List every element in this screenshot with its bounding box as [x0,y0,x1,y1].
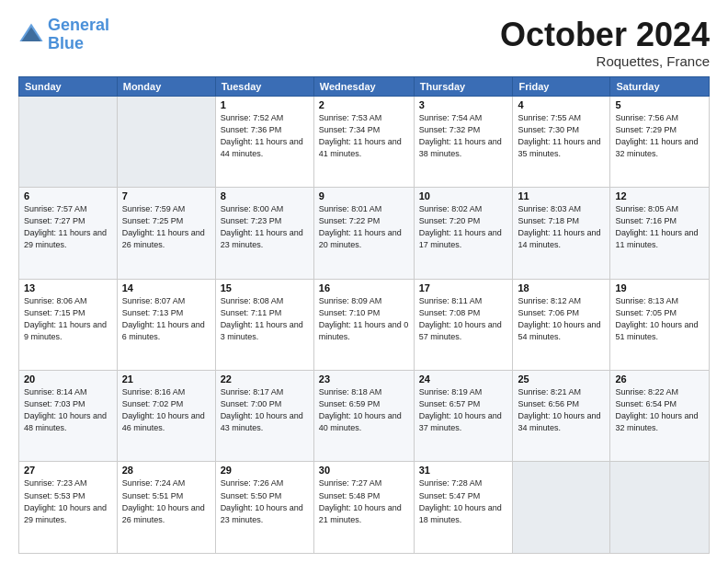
cell-w1-d3: 2Sunrise: 7:53 AM Sunset: 7:34 PM Daylig… [313,96,414,187]
day-info: Sunrise: 7:24 AM Sunset: 5:51 PM Dayligh… [122,477,210,525]
month-title: October 2024 [500,17,710,53]
col-wednesday: Wednesday [313,76,414,96]
day-info: Sunrise: 8:14 AM Sunset: 7:03 PM Dayligh… [24,386,112,434]
page: General Blue October 2024 Roquettes, Fra… [0,0,728,563]
day-number: 11 [518,190,605,201]
week-row-5: 27Sunrise: 7:23 AM Sunset: 5:53 PM Dayli… [19,462,710,554]
cell-w1-d4: 3Sunrise: 7:54 AM Sunset: 7:32 PM Daylig… [414,96,513,187]
day-number: 7 [122,190,210,201]
day-info: Sunrise: 7:56 AM Sunset: 7:29 PM Dayligh… [615,112,704,160]
day-info: Sunrise: 7:57 AM Sunset: 7:27 PM Dayligh… [24,203,112,251]
cell-w2-d6: 12Sunrise: 8:05 AM Sunset: 7:16 PM Dayli… [610,188,710,279]
cell-w2-d3: 9Sunrise: 8:01 AM Sunset: 7:22 PM Daylig… [313,188,414,279]
day-info: Sunrise: 8:22 AM Sunset: 6:54 PM Dayligh… [615,386,704,434]
cell-w4-d1: 21Sunrise: 8:16 AM Sunset: 7:02 PM Dayli… [117,371,215,462]
day-number: 25 [518,373,605,385]
cell-w1-d1 [117,96,215,187]
cell-w1-d5: 4Sunrise: 7:55 AM Sunset: 7:30 PM Daylig… [513,96,610,187]
col-monday: Monday [117,76,215,96]
cell-w1-d0 [19,96,118,187]
day-info: Sunrise: 8:06 AM Sunset: 7:15 PM Dayligh… [24,295,112,343]
day-info: Sunrise: 7:28 AM Sunset: 5:47 PM Dayligh… [419,477,508,525]
cell-w5-d1: 28Sunrise: 7:24 AM Sunset: 5:51 PM Dayli… [117,462,215,554]
cell-w4-d6: 26Sunrise: 8:22 AM Sunset: 6:54 PM Dayli… [610,371,710,462]
day-info: Sunrise: 8:03 AM Sunset: 7:18 PM Dayligh… [518,203,605,251]
day-info: Sunrise: 8:13 AM Sunset: 7:05 PM Dayligh… [615,295,704,343]
day-number: 10 [419,190,508,201]
day-number: 1 [221,99,309,110]
calendar-header-row: Sunday Monday Tuesday Wednesday Thursday… [19,76,710,96]
logo-text: General Blue [48,17,109,53]
day-info: Sunrise: 7:59 AM Sunset: 7:25 PM Dayligh… [122,203,210,251]
cell-w5-d6 [610,462,710,554]
title-block: October 2024 Roquettes, France [500,17,710,69]
cell-w5-d3: 30Sunrise: 7:27 AM Sunset: 5:48 PM Dayli… [313,462,414,554]
day-number: 30 [319,465,409,476]
col-sunday: Sunday [19,76,118,96]
day-number: 15 [221,282,309,293]
day-number: 6 [24,190,112,201]
cell-w2-d0: 6Sunrise: 7:57 AM Sunset: 7:27 PM Daylig… [19,188,118,279]
day-number: 12 [615,190,704,201]
day-info: Sunrise: 7:23 AM Sunset: 5:53 PM Dayligh… [24,477,112,525]
cell-w3-d0: 13Sunrise: 8:06 AM Sunset: 7:15 PM Dayli… [19,279,118,370]
day-info: Sunrise: 8:12 AM Sunset: 7:06 PM Dayligh… [518,295,605,343]
day-number: 22 [221,373,309,385]
day-number: 27 [24,465,112,476]
cell-w1-d2: 1Sunrise: 7:52 AM Sunset: 7:36 PM Daylig… [215,96,313,187]
day-number: 4 [518,99,605,110]
cell-w2-d1: 7Sunrise: 7:59 AM Sunset: 7:25 PM Daylig… [117,188,215,279]
day-info: Sunrise: 7:54 AM Sunset: 7:32 PM Dayligh… [419,112,508,160]
cell-w5-d2: 29Sunrise: 7:26 AM Sunset: 5:50 PM Dayli… [215,462,313,554]
cell-w2-d4: 10Sunrise: 8:02 AM Sunset: 7:20 PM Dayli… [414,188,513,279]
cell-w3-d6: 19Sunrise: 8:13 AM Sunset: 7:05 PM Dayli… [610,279,710,370]
day-number: 18 [518,282,605,293]
day-number: 3 [419,99,508,110]
week-row-3: 13Sunrise: 8:06 AM Sunset: 7:15 PM Dayli… [19,279,710,370]
location: Roquettes, France [500,53,710,69]
cell-w3-d2: 15Sunrise: 8:08 AM Sunset: 7:11 PM Dayli… [215,279,313,370]
cell-w4-d4: 24Sunrise: 8:19 AM Sunset: 6:57 PM Dayli… [414,371,513,462]
day-number: 26 [615,373,704,385]
day-number: 21 [122,373,210,385]
day-info: Sunrise: 8:18 AM Sunset: 6:59 PM Dayligh… [319,386,409,434]
day-number: 2 [319,99,409,110]
day-number: 14 [122,282,210,293]
day-number: 17 [419,282,508,293]
cell-w3-d1: 14Sunrise: 8:07 AM Sunset: 7:13 PM Dayli… [117,279,215,370]
col-thursday: Thursday [414,76,513,96]
day-number: 24 [419,373,508,385]
day-info: Sunrise: 7:27 AM Sunset: 5:48 PM Dayligh… [319,477,409,525]
cell-w2-d2: 8Sunrise: 8:00 AM Sunset: 7:23 PM Daylig… [215,188,313,279]
cell-w4-d3: 23Sunrise: 8:18 AM Sunset: 6:59 PM Dayli… [313,371,414,462]
day-info: Sunrise: 7:26 AM Sunset: 5:50 PM Dayligh… [221,477,309,525]
logo-icon [18,22,44,48]
cell-w3-d5: 18Sunrise: 8:12 AM Sunset: 7:06 PM Dayli… [513,279,610,370]
header: General Blue October 2024 Roquettes, Fra… [18,17,710,69]
cell-w4-d5: 25Sunrise: 8:21 AM Sunset: 6:56 PM Dayli… [513,371,610,462]
day-number: 31 [419,465,508,476]
cell-w1-d6: 5Sunrise: 7:56 AM Sunset: 7:29 PM Daylig… [610,96,710,187]
day-number: 23 [319,373,409,385]
week-row-1: 1Sunrise: 7:52 AM Sunset: 7:36 PM Daylig… [19,96,710,187]
day-number: 16 [319,282,409,293]
logo: General Blue [18,17,109,53]
day-info: Sunrise: 8:09 AM Sunset: 7:10 PM Dayligh… [319,295,409,343]
cell-w4-d2: 22Sunrise: 8:17 AM Sunset: 7:00 PM Dayli… [215,371,313,462]
day-number: 20 [24,373,112,385]
week-row-4: 20Sunrise: 8:14 AM Sunset: 7:03 PM Dayli… [19,371,710,462]
day-number: 5 [615,99,704,110]
day-info: Sunrise: 7:52 AM Sunset: 7:36 PM Dayligh… [221,112,309,160]
day-info: Sunrise: 8:16 AM Sunset: 7:02 PM Dayligh… [122,386,210,434]
day-info: Sunrise: 8:00 AM Sunset: 7:23 PM Dayligh… [221,203,309,251]
day-info: Sunrise: 8:02 AM Sunset: 7:20 PM Dayligh… [419,203,508,251]
day-info: Sunrise: 8:07 AM Sunset: 7:13 PM Dayligh… [122,295,210,343]
col-tuesday: Tuesday [215,76,313,96]
day-number: 29 [221,465,309,476]
cell-w5-d4: 31Sunrise: 7:28 AM Sunset: 5:47 PM Dayli… [414,462,513,554]
day-info: Sunrise: 8:21 AM Sunset: 6:56 PM Dayligh… [518,386,605,434]
col-saturday: Saturday [610,76,710,96]
day-info: Sunrise: 8:01 AM Sunset: 7:22 PM Dayligh… [319,203,409,251]
day-number: 8 [221,190,309,201]
day-number: 9 [319,190,409,201]
